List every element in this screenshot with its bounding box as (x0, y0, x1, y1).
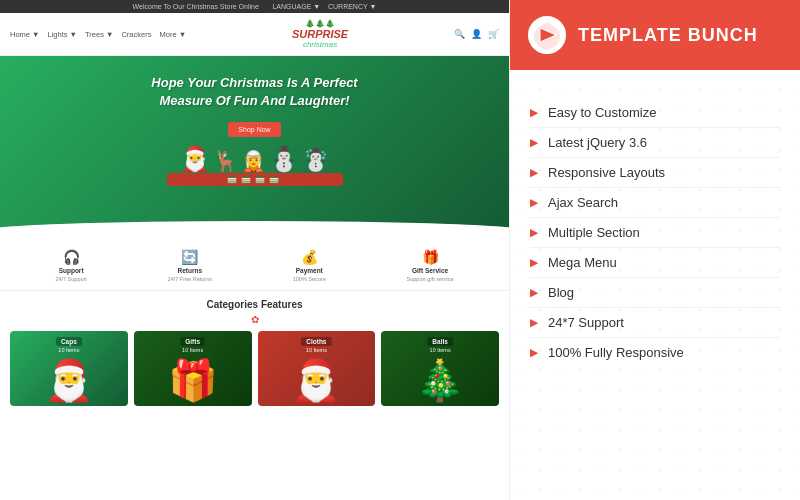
feature-responsive-layouts: ▶ Responsive Layouts (530, 158, 780, 188)
gift-label: Gift Service (412, 267, 448, 274)
cloths-label: Cloths (301, 337, 331, 346)
brand-header-wrap: TEMPLATE BUNCH (510, 0, 800, 82)
brand-name: TEMPLATE BUNCH (578, 25, 758, 46)
navigation-bar: Home ▼ Lights ▼ Trees ▼ Crackers More ▼ … (0, 13, 509, 56)
feature-text-1: Easy to Customize (548, 105, 656, 120)
returns-label: Returns (178, 267, 203, 274)
feature-text-5: Multiple Section (548, 225, 640, 240)
arrow-icon-2: ▶ (530, 137, 538, 148)
feature-fully-responsive: ▶ 100% Fully Responsive (530, 338, 780, 367)
nav-links: Home ▼ Lights ▼ Trees ▼ Crackers More ▼ (10, 30, 186, 39)
feature-gift: 🎁 Gift Service Support gift service (407, 249, 454, 282)
caps-count: 10 Items (58, 347, 79, 353)
categories-title: Categories Features (10, 299, 499, 310)
feature-easy-customize: ▶ Easy to Customize (530, 98, 780, 128)
shop-now-button[interactable]: Shop Now (228, 122, 280, 137)
train: 🚃🚃🚃🚃 (20, 173, 489, 186)
nav-crackers: Crackers (121, 30, 151, 39)
hero-characters: 🎅 🦌 🧝 ⛄ ☃️ (180, 147, 329, 171)
feature-ajax-search: ▶ Ajax Search (530, 188, 780, 218)
arrow-icon-8: ▶ (530, 317, 538, 328)
support-sub: 24/7 Support (55, 276, 87, 282)
category-balls: Balls 10 Items 🎄 (381, 331, 499, 406)
gift-icon: 🎁 (422, 249, 439, 265)
site-logo: 🎄🎄🎄 SURPRISE Christmas (186, 19, 454, 49)
support-label: Support (59, 267, 84, 274)
search-icon: 🔍 (454, 29, 465, 39)
top-announcement-bar: Welcome To Our Christmas Store Online LA… (0, 0, 509, 13)
user-icon: 👤 (471, 29, 482, 39)
arrow-icon-1: ▶ (530, 107, 538, 118)
right-panel: TEMPLATE BUNCH ▶ Easy to Customize ▶ Lat… (510, 0, 800, 500)
feature-support: 🎧 Support 24/7 Support (55, 249, 87, 282)
announcement-text: Welcome To Our Christmas Store Online (133, 3, 259, 10)
category-caps: Caps 10 Items 🎅 (10, 331, 128, 406)
arrow-icon-3: ▶ (530, 167, 538, 178)
gift-sub: Support gift service (407, 276, 454, 282)
category-gifts: Gifts 10 Items 🎁 (134, 331, 252, 406)
caps-icon: 🎅 (44, 357, 94, 404)
brand-header: TEMPLATE BUNCH (510, 0, 800, 70)
feature-text-4: Ajax Search (548, 195, 618, 210)
nav-action-icons: 🔍 👤 🛒 (454, 29, 499, 39)
hero-section: Hope Your Christmas Is A PerfectMeasure … (0, 56, 509, 241)
nav-home: Home ▼ (10, 30, 40, 39)
feature-mega-menu: ▶ Mega Menu (530, 248, 780, 278)
website-preview: Welcome To Our Christmas Store Online LA… (0, 0, 510, 500)
feature-multiple-section: ▶ Multiple Section (530, 218, 780, 248)
gifts-label: Gifts (180, 337, 205, 346)
templatebunch-logo (526, 14, 568, 56)
feature-returns: 🔄 Returns 24/7 Free Returns (168, 249, 212, 282)
balls-icon: 🎄 (415, 357, 465, 404)
nav-lights: Lights ▼ (48, 30, 78, 39)
gifts-count: 10 Items (182, 347, 203, 353)
logo-line1: SURPRISE (186, 28, 454, 40)
feature-text-3: Responsive Layouts (548, 165, 665, 180)
feature-text-6: Mega Menu (548, 255, 617, 270)
returns-icon: 🔄 (181, 249, 198, 265)
feature-text-2: Latest jQuery 3.6 (548, 135, 647, 150)
nav-trees: Trees ▼ (85, 30, 113, 39)
category-cloths: Cloths 10 Items 🎅 (258, 331, 376, 406)
returns-sub: 24/7 Free Returns (168, 276, 212, 282)
feature-text-7: Blog (548, 285, 574, 300)
features-list: ▶ Easy to Customize ▶ Latest jQuery 3.6 … (510, 82, 800, 500)
support-icon: 🎧 (63, 249, 80, 265)
nav-more: More ▼ (159, 30, 186, 39)
logo-line2: Christmas (186, 40, 454, 49)
cart-icon: 🛒 (488, 29, 499, 39)
feature-jquery: ▶ Latest jQuery 3.6 (530, 128, 780, 158)
payment-icon: 💰 (301, 249, 318, 265)
caps-label: Caps (56, 337, 82, 346)
feature-payment: 💰 Payment 100% Secure (293, 249, 326, 282)
balls-label: Balls (427, 337, 453, 346)
gifts-icon: 🎁 (168, 357, 218, 404)
header-wave (510, 70, 800, 82)
categories-divider: ✿ (10, 314, 499, 325)
features-row: 🎧 Support 24/7 Support 🔄 Returns 24/7 Fr… (0, 241, 509, 291)
arrow-icon-5: ▶ (530, 227, 538, 238)
arrow-icon-6: ▶ (530, 257, 538, 268)
categories-grid: Caps 10 Items 🎅 Gifts 10 Items 🎁 Cloths … (10, 331, 499, 406)
payment-label: Payment (296, 267, 323, 274)
arrow-icon-4: ▶ (530, 197, 538, 208)
feature-text-8: 24*7 Support (548, 315, 624, 330)
payment-sub: 100% Secure (293, 276, 326, 282)
categories-section: Categories Features ✿ Caps 10 Items 🎅 Gi… (0, 291, 509, 414)
feature-247-support: ▶ 24*7 Support (530, 308, 780, 338)
arrow-icon-9: ▶ (530, 347, 538, 358)
balls-count: 10 Items (430, 347, 451, 353)
hero-title: Hope Your Christmas Is A PerfectMeasure … (20, 74, 489, 110)
cloths-count: 10 Items (306, 347, 327, 353)
cloths-icon: 🎅 (291, 357, 341, 404)
feature-blog: ▶ Blog (530, 278, 780, 308)
arrow-icon-7: ▶ (530, 287, 538, 298)
feature-text-9: 100% Fully Responsive (548, 345, 684, 360)
